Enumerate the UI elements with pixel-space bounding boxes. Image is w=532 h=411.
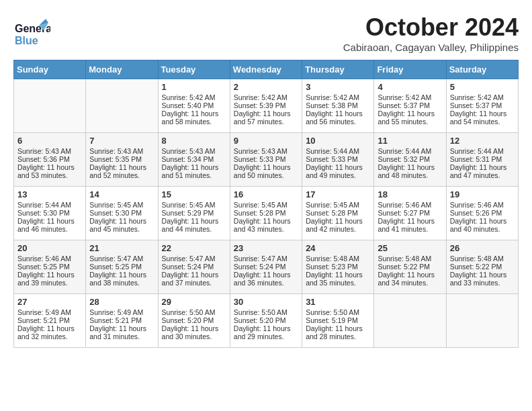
logo: General Blue: [13, 13, 50, 53]
svg-text:Blue: Blue: [15, 35, 38, 46]
sunset-text: Sunset: 5:35 PM: [89, 155, 154, 163]
daylight-text: Daylight: 11 hours and 50 minutes.: [234, 163, 298, 179]
calendar-cell: 2Sunrise: 5:42 AMSunset: 5:39 PMDaylight…: [230, 79, 302, 133]
day-number: 7: [89, 136, 154, 146]
sunrise-text: Sunrise: 5:50 AM: [234, 308, 298, 316]
day-number: 21: [89, 243, 154, 253]
calendar-cell: 24Sunrise: 5:48 AMSunset: 5:23 PMDayligh…: [302, 240, 374, 294]
daylight-text: Daylight: 11 hours and 45 minutes.: [89, 217, 154, 233]
calendar-cell: 17Sunrise: 5:45 AMSunset: 5:28 PMDayligh…: [302, 187, 374, 240]
location: Cabiraoan, Cagayan Valley, Philippines: [343, 42, 519, 53]
sunrise-text: Sunrise: 5:44 AM: [17, 201, 82, 209]
sunrise-text: Sunrise: 5:43 AM: [234, 147, 298, 155]
sunrise-text: Sunrise: 5:42 AM: [450, 93, 515, 101]
day-number: 31: [306, 297, 370, 307]
calendar-cell: 8Sunrise: 5:43 AMSunset: 5:34 PMDaylight…: [158, 133, 230, 187]
calendar-cell: 21Sunrise: 5:47 AMSunset: 5:25 PMDayligh…: [86, 240, 158, 294]
week-row-1: 1Sunrise: 5:42 AMSunset: 5:40 PMDaylight…: [14, 79, 519, 133]
column-header-friday: Friday: [374, 60, 446, 79]
day-number: 10: [306, 136, 370, 146]
calendar-cell: 25Sunrise: 5:48 AMSunset: 5:22 PMDayligh…: [374, 240, 446, 294]
sunset-text: Sunset: 5:21 PM: [89, 316, 154, 324]
calendar-cell: 18Sunrise: 5:46 AMSunset: 5:27 PMDayligh…: [374, 187, 446, 240]
sunset-text: Sunset: 5:37 PM: [378, 101, 442, 109]
day-number: 12: [450, 136, 515, 146]
daylight-text: Daylight: 11 hours and 40 minutes.: [450, 217, 515, 233]
daylight-text: Daylight: 11 hours and 44 minutes.: [162, 217, 226, 233]
daylight-text: Daylight: 11 hours and 36 minutes.: [234, 271, 298, 287]
sunrise-text: Sunrise: 5:42 AM: [306, 93, 370, 101]
sunset-text: Sunset: 5:34 PM: [162, 155, 226, 163]
day-number: 28: [89, 297, 154, 307]
sunrise-text: Sunrise: 5:45 AM: [89, 201, 154, 209]
sunset-text: Sunset: 5:30 PM: [17, 209, 82, 217]
daylight-text: Daylight: 11 hours and 53 minutes.: [17, 163, 82, 179]
daylight-text: Daylight: 11 hours and 34 minutes.: [378, 271, 442, 287]
sunset-text: Sunset: 5:20 PM: [234, 316, 298, 324]
calendar-cell: 12Sunrise: 5:44 AMSunset: 5:31 PMDayligh…: [446, 133, 518, 187]
sunset-text: Sunset: 5:32 PM: [378, 155, 442, 163]
day-number: 5: [450, 82, 515, 92]
daylight-text: Daylight: 11 hours and 51 minutes.: [162, 163, 226, 179]
title-block: October 2024 Cabiraoan, Cagayan Valley, …: [343, 13, 519, 53]
calendar-cell: 7Sunrise: 5:43 AMSunset: 5:35 PMDaylight…: [86, 133, 158, 187]
calendar-cell: 22Sunrise: 5:47 AMSunset: 5:24 PMDayligh…: [158, 240, 230, 294]
column-header-sunday: Sunday: [14, 60, 86, 79]
day-number: 8: [162, 136, 226, 146]
day-number: 14: [89, 189, 154, 199]
sunset-text: Sunset: 5:20 PM: [162, 316, 226, 324]
sunrise-text: Sunrise: 5:47 AM: [162, 255, 226, 263]
sunrise-text: Sunrise: 5:47 AM: [234, 255, 298, 263]
day-number: 29: [162, 297, 226, 307]
calendar-cell: 26Sunrise: 5:48 AMSunset: 5:22 PMDayligh…: [446, 240, 518, 294]
column-header-monday: Monday: [86, 60, 158, 79]
sunset-text: Sunset: 5:25 PM: [17, 263, 82, 271]
daylight-text: Daylight: 11 hours and 31 minutes.: [89, 324, 154, 340]
sunset-text: Sunset: 5:27 PM: [378, 209, 442, 217]
calendar-cell: 28Sunrise: 5:49 AMSunset: 5:21 PMDayligh…: [86, 294, 158, 348]
day-number: 25: [378, 243, 442, 253]
day-number: 17: [306, 189, 370, 199]
calendar-cell: 31Sunrise: 5:50 AMSunset: 5:19 PMDayligh…: [302, 294, 374, 348]
daylight-text: Daylight: 11 hours and 52 minutes.: [89, 163, 154, 179]
daylight-text: Daylight: 11 hours and 55 minutes.: [378, 109, 442, 126]
sunrise-text: Sunrise: 5:44 AM: [378, 147, 442, 155]
daylight-text: Daylight: 11 hours and 28 minutes.: [306, 324, 370, 340]
calendar-table: SundayMondayTuesdayWednesdayThursdayFrid…: [13, 60, 519, 348]
sunset-text: Sunset: 5:25 PM: [89, 263, 154, 271]
day-number: 11: [378, 136, 442, 146]
calendar-cell: 5Sunrise: 5:42 AMSunset: 5:37 PMDaylight…: [446, 79, 518, 133]
sunset-text: Sunset: 5:28 PM: [306, 209, 370, 217]
day-number: 24: [306, 243, 370, 253]
daylight-text: Daylight: 11 hours and 29 minutes.: [234, 324, 298, 340]
calendar-cell: 6Sunrise: 5:43 AMSunset: 5:36 PMDaylight…: [14, 133, 86, 187]
sunrise-text: Sunrise: 5:50 AM: [306, 308, 370, 316]
daylight-text: Daylight: 11 hours and 58 minutes.: [162, 109, 226, 126]
week-row-4: 20Sunrise: 5:46 AMSunset: 5:25 PMDayligh…: [14, 240, 519, 294]
sunrise-text: Sunrise: 5:44 AM: [306, 147, 370, 155]
sunset-text: Sunset: 5:36 PM: [17, 155, 82, 163]
daylight-text: Daylight: 11 hours and 42 minutes.: [306, 217, 370, 233]
day-number: 23: [234, 243, 298, 253]
day-number: 30: [234, 297, 298, 307]
daylight-text: Daylight: 11 hours and 38 minutes.: [89, 271, 154, 287]
day-number: 26: [450, 243, 515, 253]
calendar-cell: 29Sunrise: 5:50 AMSunset: 5:20 PMDayligh…: [158, 294, 230, 348]
calendar-cell: 19Sunrise: 5:46 AMSunset: 5:26 PMDayligh…: [446, 187, 518, 240]
day-number: 16: [234, 189, 298, 199]
day-number: 13: [17, 189, 82, 199]
calendar-cell: 14Sunrise: 5:45 AMSunset: 5:30 PMDayligh…: [86, 187, 158, 240]
daylight-text: Daylight: 11 hours and 46 minutes.: [17, 217, 82, 233]
sunrise-text: Sunrise: 5:49 AM: [89, 308, 154, 316]
sunrise-text: Sunrise: 5:42 AM: [162, 93, 226, 101]
calendar-header-row: SundayMondayTuesdayWednesdayThursdayFrid…: [14, 60, 519, 79]
day-number: 9: [234, 136, 298, 146]
sunset-text: Sunset: 5:31 PM: [450, 155, 515, 163]
calendar-cell: 3Sunrise: 5:42 AMSunset: 5:38 PMDaylight…: [302, 79, 374, 133]
sunset-text: Sunset: 5:37 PM: [450, 101, 515, 109]
sunset-text: Sunset: 5:30 PM: [89, 209, 154, 217]
sunset-text: Sunset: 5:26 PM: [450, 209, 515, 217]
day-number: 2: [234, 82, 298, 92]
calendar-cell: 13Sunrise: 5:44 AMSunset: 5:30 PMDayligh…: [14, 187, 86, 240]
daylight-text: Daylight: 11 hours and 35 minutes.: [306, 271, 370, 287]
